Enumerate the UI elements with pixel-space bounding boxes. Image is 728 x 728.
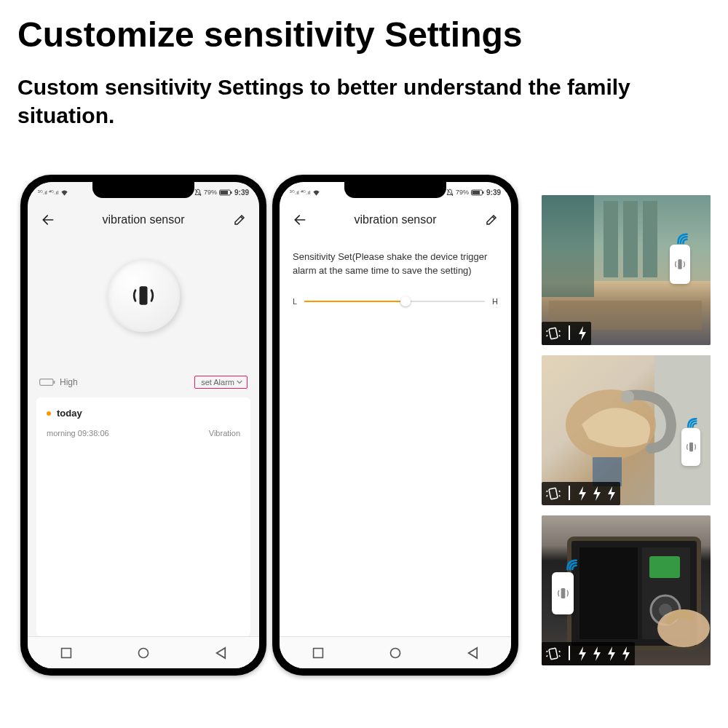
nav-back-button[interactable] bbox=[462, 642, 483, 664]
app-header: vibration sensor bbox=[280, 202, 511, 237]
svg-rect-13 bbox=[472, 191, 480, 194]
svg-point-29 bbox=[621, 390, 634, 403]
mute-icon bbox=[446, 189, 454, 197]
log-entry: morning 09:38:06 Vibration bbox=[47, 429, 240, 438]
svg-rect-22 bbox=[643, 201, 657, 277]
svg-rect-4 bbox=[231, 191, 232, 194]
activity-log-card: today morning 09:38:06 Vibration bbox=[36, 397, 250, 636]
screen-title: vibration sensor bbox=[280, 213, 511, 226]
vibration-badge-icon bbox=[545, 646, 561, 662]
phones-row: ³ᴳ.ıl ⁴ᴳ.ıl 79% 9:39 vibration senso bbox=[20, 175, 518, 676]
svg-rect-15 bbox=[314, 648, 323, 657]
bolt-icon bbox=[592, 486, 602, 502]
battery-label: High bbox=[60, 377, 78, 387]
vibration-badge-icon bbox=[545, 325, 561, 341]
scene-badges bbox=[542, 642, 635, 665]
nav-recent-button[interactable] bbox=[55, 642, 77, 664]
scene-safe bbox=[542, 515, 711, 665]
status-time: 9:39 bbox=[486, 189, 501, 197]
scene-door-handle bbox=[542, 355, 711, 505]
svg-rect-42 bbox=[549, 648, 558, 660]
chevron-down-icon bbox=[237, 380, 242, 384]
svg-rect-5 bbox=[140, 286, 148, 305]
battery-outline-icon bbox=[39, 378, 55, 387]
network-indicator: ³ᴳ.ıl ⁴ᴳ.ıl bbox=[38, 189, 58, 196]
wifi-signal-icon bbox=[565, 556, 584, 572]
log-heading: today bbox=[47, 408, 240, 419]
wifi-signal-icon bbox=[686, 415, 703, 430]
vibration-badge-icon bbox=[545, 486, 561, 502]
vibration-icon bbox=[127, 280, 159, 312]
svg-rect-7 bbox=[54, 381, 55, 384]
bolt-icon bbox=[592, 646, 602, 662]
app-header: vibration sensor bbox=[28, 202, 259, 237]
sensor-device-icon bbox=[681, 428, 700, 466]
svg-rect-8 bbox=[62, 648, 71, 657]
sensor-device-icon bbox=[552, 572, 574, 614]
set-alarm-label: set Alarm bbox=[201, 378, 234, 387]
set-alarm-button[interactable]: set Alarm bbox=[194, 376, 248, 389]
nav-recent-button[interactable] bbox=[307, 642, 329, 664]
scene-thumbnails bbox=[542, 195, 711, 665]
battery-icon bbox=[471, 189, 484, 196]
back-button[interactable] bbox=[41, 213, 55, 227]
android-nav-bar bbox=[28, 636, 259, 668]
svg-rect-41 bbox=[561, 588, 565, 598]
svg-point-16 bbox=[390, 648, 400, 657]
svg-rect-18 bbox=[542, 195, 594, 297]
bolt-icon bbox=[577, 325, 587, 341]
svg-point-9 bbox=[138, 648, 148, 657]
bolt-icon bbox=[577, 486, 587, 502]
slider-high-label: H bbox=[492, 297, 498, 306]
nav-home-button[interactable] bbox=[132, 642, 154, 664]
back-button[interactable] bbox=[293, 213, 307, 227]
svg-rect-21 bbox=[623, 201, 638, 277]
bolt-icon bbox=[606, 646, 617, 662]
battery-status: High bbox=[39, 377, 78, 387]
slider-thumb[interactable] bbox=[400, 296, 411, 306]
phone-1: ³ᴳ.ıl ⁴ᴳ.ıl 79% 9:39 vibration senso bbox=[20, 175, 266, 676]
scene-badges bbox=[542, 322, 591, 345]
svg-rect-3 bbox=[220, 191, 228, 194]
nav-home-button[interactable] bbox=[384, 642, 406, 664]
nav-back-button[interactable] bbox=[210, 642, 232, 664]
today-label: today bbox=[57, 408, 82, 419]
battery-percent: 79% bbox=[456, 189, 469, 196]
today-marker-dot bbox=[47, 411, 51, 416]
battery-percent: 79% bbox=[204, 189, 217, 196]
slider-low-label: L bbox=[293, 297, 297, 306]
wifi-icon bbox=[312, 189, 320, 196]
svg-rect-32 bbox=[549, 488, 558, 499]
battery-icon bbox=[219, 189, 232, 196]
phone-notch bbox=[92, 182, 194, 198]
edit-button[interactable] bbox=[233, 213, 246, 226]
page-subtitle: Custom sensitivity Settings to better un… bbox=[17, 73, 636, 130]
log-entry-type: Vibration bbox=[209, 429, 240, 438]
phone-notch bbox=[344, 182, 446, 198]
edit-button[interactable] bbox=[485, 213, 498, 226]
sensitivity-slider-row: L H bbox=[293, 294, 498, 309]
bolt-icon bbox=[577, 646, 587, 662]
bolt-icon bbox=[606, 486, 617, 502]
log-entry-time: morning 09:38:06 bbox=[47, 429, 109, 438]
bolt-icon bbox=[621, 646, 631, 662]
sensor-device-icon bbox=[670, 245, 690, 284]
sensitivity-instruction: Sensitivity Set(Please shake the device … bbox=[293, 250, 498, 278]
network-indicator: ³ᴳ.ıl ⁴ᴳ.ıl bbox=[290, 189, 310, 196]
status-time: 9:39 bbox=[234, 189, 249, 197]
svg-rect-31 bbox=[689, 443, 693, 452]
sensitivity-slider[interactable] bbox=[304, 294, 485, 309]
svg-rect-37 bbox=[649, 556, 680, 578]
svg-rect-25 bbox=[549, 328, 558, 339]
android-nav-bar bbox=[280, 636, 511, 668]
scene-living-room bbox=[542, 195, 711, 345]
wifi-signal-icon bbox=[676, 230, 695, 246]
scene-badges bbox=[542, 482, 620, 505]
svg-rect-24 bbox=[678, 259, 681, 269]
page-title: Customize sensitivity Settings bbox=[17, 15, 523, 55]
screen-title: vibration sensor bbox=[28, 213, 259, 226]
mute-icon bbox=[194, 189, 202, 197]
svg-rect-20 bbox=[604, 201, 618, 277]
vibration-indicator-circle bbox=[107, 259, 180, 332]
wifi-icon bbox=[60, 189, 68, 196]
